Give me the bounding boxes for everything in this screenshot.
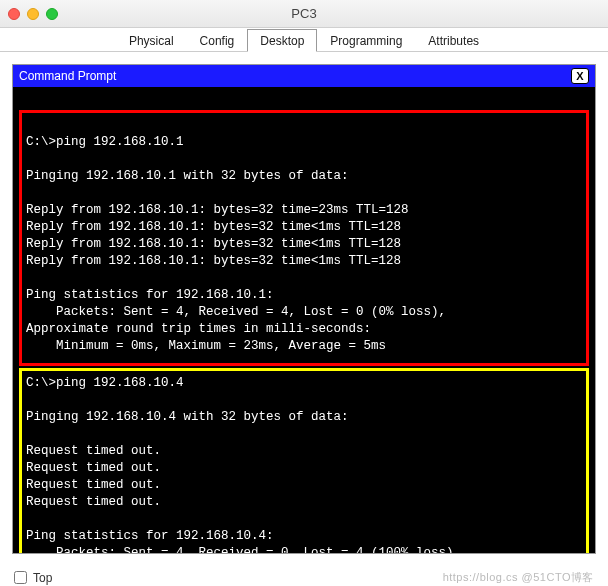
ping-timeout-block: C:\>ping 192.168.10.4 Pinging 192.168.10… xyxy=(19,368,589,553)
tab-desktop[interactable]: Desktop xyxy=(247,29,317,52)
panel-header: Command Prompt X xyxy=(13,65,595,87)
panel-close-button[interactable]: X xyxy=(571,68,589,84)
panel-title: Command Prompt xyxy=(19,69,116,83)
tab-physical[interactable]: Physical xyxy=(116,29,187,51)
window-title: PC3 xyxy=(0,6,608,21)
tab-programming[interactable]: Programming xyxy=(317,29,415,51)
command-prompt-panel: Command Prompt X C:\>ping 192.168.10.1 P… xyxy=(12,64,596,554)
ping-success-block: C:\>ping 192.168.10.1 Pinging 192.168.10… xyxy=(19,110,589,366)
tab-config[interactable]: Config xyxy=(187,29,248,51)
footer: Top https://blog.cs @51CTO博客 xyxy=(0,566,608,586)
watermark-text: https://blog.cs @51CTO博客 xyxy=(443,570,594,585)
top-checkbox[interactable] xyxy=(14,571,27,584)
terminal-output[interactable]: C:\>ping 192.168.10.1 Pinging 192.168.10… xyxy=(13,87,595,553)
tab-bar: Physical Config Desktop Programming Attr… xyxy=(0,28,608,52)
titlebar: PC3 xyxy=(0,0,608,28)
content-area: Command Prompt X C:\>ping 192.168.10.1 P… xyxy=(0,52,608,566)
tab-attributes[interactable]: Attributes xyxy=(415,29,492,51)
top-label: Top xyxy=(33,571,52,585)
